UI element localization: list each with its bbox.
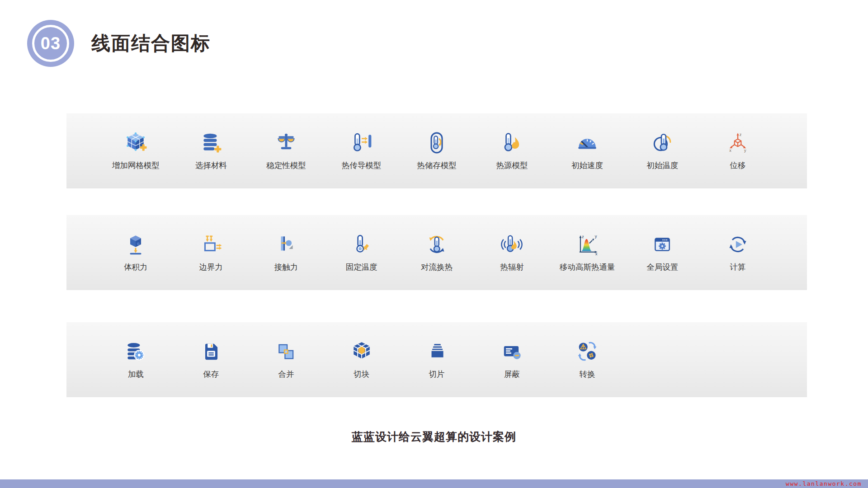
icon-cell: 切块 [324, 340, 399, 380]
stability-model-icon [275, 131, 297, 154]
icon-cell: zxy 位移 [700, 131, 775, 171]
icon-label: 全局设置 [646, 262, 678, 272]
icon-cell: 屏蔽 [474, 340, 549, 380]
convection-heat-icon [425, 233, 448, 256]
chop-icon [350, 340, 373, 363]
compute-icon [726, 233, 749, 256]
icon-cell: 热储存模型 [399, 131, 474, 171]
icon-cell: 合并 [249, 340, 324, 380]
icon-cell: 边界力 [173, 233, 248, 272]
initial-velocity-icon [576, 131, 599, 154]
load-icon [124, 340, 147, 363]
heat-storage-model-icon [425, 131, 448, 154]
icon-label: 增加网格模型 [112, 160, 160, 171]
icon-label: 选择材料 [195, 160, 227, 171]
heat-conduction-model-icon [350, 131, 373, 154]
svg-text:x: x [595, 251, 598, 255]
icon-label: 转换 [579, 369, 595, 380]
icon-label: 初始温度 [646, 160, 678, 171]
icon-cell: 切片 [399, 340, 474, 380]
icon-cell: 稳定性模型 [249, 131, 324, 171]
displacement-icon: zxy [726, 131, 749, 154]
section-number-badge: 03 [27, 20, 74, 67]
svg-text:z: z [582, 235, 584, 239]
svg-text:z: z [739, 132, 741, 137]
merge-icon [275, 340, 297, 363]
icon-cell: 转换 [550, 340, 625, 380]
icon-band-row-2: G 体积力 边界力 [66, 215, 807, 290]
icon-cell: 初始速度 [550, 131, 625, 171]
icon-label: 接触力 [274, 262, 298, 272]
icon-cell: zxy 移动高斯热通量 [550, 233, 625, 272]
footer-bar: www.lanlanwork.com [0, 479, 868, 488]
initial-temperature-icon [651, 131, 674, 154]
icon-label: 固定温度 [346, 262, 377, 272]
icon-label: 初始速度 [571, 160, 603, 171]
icon-label: 热辐射 [500, 262, 524, 272]
icon-cell: 热源模型 [474, 131, 549, 171]
slice-icon [425, 340, 448, 363]
mask-icon [500, 340, 523, 363]
icon-cell: 接触力 [249, 233, 324, 272]
icon-label: 移动高斯热通量 [560, 262, 615, 272]
icon-label: 体积力 [124, 262, 148, 272]
icon-cell: 对流换热 [399, 233, 474, 272]
svg-text:x: x [729, 148, 731, 152]
icon-label: 边界力 [199, 262, 223, 272]
icon-label: 切片 [429, 369, 444, 380]
svg-text:y: y [744, 148, 746, 152]
save-icon [200, 340, 222, 363]
body-force-icon: G [124, 233, 147, 256]
icon-cell: G 体积力 [98, 233, 173, 272]
icon-cell: 计算 [700, 233, 775, 272]
svg-text:y: y [595, 234, 597, 239]
icon-band-row-1: 增加网格模型 选择材料 稳定性模型 [66, 113, 807, 188]
icon-label: 对流换热 [421, 262, 453, 272]
icon-cell: 热辐射 [474, 233, 549, 272]
icon-cell: 选择材料 [173, 131, 248, 171]
boundary-force-icon [200, 233, 222, 256]
footer-url: www.lanlanwork.com [786, 480, 862, 487]
icon-cell: 热传导模型 [324, 131, 399, 171]
icon-cell: 全局设置 [625, 233, 700, 272]
fixed-temperature-icon [350, 233, 373, 256]
heat-source-model-icon [500, 131, 523, 154]
icon-label: 加载 [128, 369, 144, 380]
icon-label: 稳定性模型 [266, 160, 306, 171]
icon-label: 切块 [354, 369, 369, 380]
global-settings-icon [651, 233, 674, 256]
icon-label: 热源模型 [496, 160, 528, 171]
thermal-radiation-icon [500, 233, 523, 256]
page-title: 线面结合图标 [91, 31, 211, 56]
icon-label: 合并 [278, 369, 294, 380]
select-material-icon [200, 131, 222, 154]
icon-cell: 增加网格模型 [98, 131, 173, 171]
icon-cell: 保存 [173, 340, 248, 380]
icon-band-row-3: 加载 保存 合并 [66, 322, 807, 397]
icon-cell: 加载 [98, 340, 173, 380]
icon-label: 位移 [730, 160, 745, 171]
contact-force-icon [275, 233, 297, 256]
icon-label: 计算 [730, 262, 745, 272]
icon-label: 保存 [203, 369, 219, 380]
add-mesh-model-icon [124, 131, 147, 154]
caption-text: 蓝蓝设计给云翼超算的设计案例 [0, 429, 868, 444]
icon-label: 屏蔽 [504, 369, 520, 380]
icon-label: 热传导模型 [342, 160, 382, 171]
svg-text:G: G [137, 242, 140, 246]
page-header: 03 线面结合图标 [27, 20, 211, 67]
icon-label: 热储存模型 [417, 160, 457, 171]
icon-cell: 初始温度 [625, 131, 700, 171]
moving-gaussian-heat-flux-icon: zxy [576, 233, 599, 256]
section-number: 03 [41, 34, 61, 53]
convert-icon [576, 340, 599, 363]
icon-cell: 固定温度 [324, 233, 399, 272]
